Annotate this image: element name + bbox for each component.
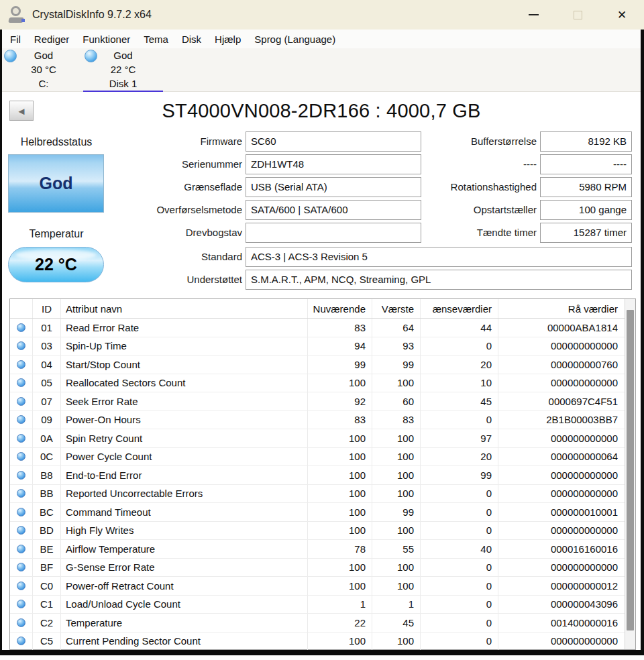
cell-current: 83: [308, 319, 372, 337]
cell-current: 100: [308, 503, 372, 521]
cell-name: Power-off Retract Count: [61, 577, 308, 595]
cell-id: B8: [33, 466, 61, 484]
smart-attribute-row[interactable]: 0ASpin Retry Count10010097000000000000: [10, 429, 635, 448]
cell-worst: 100: [372, 485, 421, 503]
health-status-button[interactable]: God: [8, 154, 104, 213]
header-threshold: ænseværdier: [421, 299, 498, 318]
field-unknown-value: ----: [540, 154, 632, 174]
cell-name: Power-On Hours: [61, 411, 308, 429]
temperature-value: 22 °C: [35, 255, 77, 274]
temperature-label: Temperatur: [7, 228, 105, 240]
cell-worst: 60: [372, 392, 421, 410]
field-opstartstæller-value: 100 gange: [540, 200, 632, 220]
smart-attribute-row[interactable]: 01Read Error Rate83644400000ABA1814: [10, 319, 635, 337]
cell-current: 99: [308, 355, 372, 374]
minimize-button[interactable]: [511, 0, 555, 30]
cell-id: 07: [33, 392, 61, 410]
cell-name: Airflow Temperature: [61, 540, 308, 558]
smart-attribute-row[interactable]: BDHigh Fly Writes1001000000000000000: [10, 522, 635, 541]
field-standard-label: Standard: [103, 247, 242, 267]
smart-attribute-row[interactable]: 03Spin-Up Time94930000000000000: [10, 337, 635, 356]
window-frame-left: [0, 30, 2, 655]
attribute-status-cell: [10, 540, 33, 558]
maximize-button[interactable]: [555, 0, 600, 30]
field-firmware-label: Firmware: [103, 131, 242, 152]
header-status: [10, 299, 33, 318]
menu-item-funktioner[interactable]: Funktioner: [76, 34, 137, 45]
cell-name: Start/Stop Count: [61, 355, 308, 374]
close-button[interactable]: ✕: [600, 0, 644, 30]
cell-id: 05: [33, 374, 61, 392]
cell-id: BB: [33, 485, 61, 503]
disk-tab-c[interactable]: God30 °CC:: [11, 48, 76, 91]
cell-current: 94: [308, 337, 372, 355]
smart-attribute-row[interactable]: BCCommand Timeout100990000000010001: [10, 503, 635, 522]
cell-name: High Fly Writes: [61, 522, 308, 540]
field-firmware-value: SC60: [246, 131, 421, 152]
status-good-dot-icon: [17, 563, 25, 571]
cell-name: Load/Unload Cycle Count: [61, 596, 308, 614]
cell-current: 100: [308, 632, 372, 651]
menu-item-disk[interactable]: Disk: [175, 34, 208, 45]
temperature-indicator[interactable]: 22 °C: [8, 247, 104, 282]
table-scrollbar-thumb[interactable]: [627, 310, 634, 630]
status-good-dot-icon: [17, 323, 25, 332]
smart-attribute-row[interactable]: 09Power-On Hours838302B1B00003BB7: [10, 411, 635, 430]
smart-attribute-row[interactable]: B8End-to-End Error10010099000000000000: [10, 466, 635, 485]
cell-worst: 100: [372, 374, 421, 392]
cell-threshold: 20: [421, 355, 498, 374]
menu-item-sprog-language[interactable]: Sprog (Language): [248, 34, 342, 45]
field-bufferstørrelse-value: 8192 KB: [540, 131, 632, 152]
smart-attribute-row[interactable]: C2Temperature22450001400000016: [10, 614, 635, 632]
minimize-icon: [529, 14, 539, 15]
smart-attribute-row[interactable]: 04Start/Stop Count999920000000000760: [10, 355, 635, 374]
table-scrollbar[interactable]: [625, 299, 635, 649]
cell-id: 0A: [33, 429, 61, 447]
cell-name: Command Timeout: [61, 503, 308, 521]
health-status-value: God: [40, 174, 73, 193]
menu-item-hjælp[interactable]: Hjælp: [208, 34, 248, 45]
menu-item-fil[interactable]: Fil: [3, 34, 28, 45]
attribute-status-cell: [10, 429, 33, 447]
cell-raw: 001400000016: [498, 614, 625, 632]
smart-attribute-row[interactable]: C5Current Pending Sector Count1001000000…: [10, 632, 635, 651]
smart-attribute-row[interactable]: C1Load/Unload Cycle Count110000000043096: [10, 596, 635, 614]
smart-table-header: IDAttribut navnNuværendeVærsteænseværdie…: [10, 299, 635, 319]
cell-threshold: 0: [421, 522, 498, 540]
cell-id: 01: [33, 319, 61, 337]
menu-item-tema[interactable]: Tema: [137, 34, 175, 45]
menu-item-rediger[interactable]: Rediger: [28, 34, 76, 45]
attribute-status-cell: [10, 503, 33, 521]
status-good-dot-icon: [17, 360, 25, 369]
smart-attribute-row[interactable]: 05Reallocated Sectors Count1001001000000…: [10, 374, 635, 393]
cell-raw: 000000000000: [498, 522, 625, 540]
cell-threshold: 0: [421, 503, 498, 521]
cell-worst: 83: [372, 411, 421, 429]
cell-threshold: 0: [421, 337, 498, 355]
attribute-status-cell: [10, 485, 33, 503]
attribute-status-cell: [10, 319, 33, 337]
smart-attribute-row[interactable]: BEAirflow Temperature785540000016160016: [10, 540, 635, 559]
cell-id: C0: [33, 577, 61, 595]
status-good-dot-icon: [17, 582, 25, 590]
field-understøttet-value: S.M.A.R.T., APM, NCQ, Streaming, GPL: [246, 270, 632, 290]
smart-attribute-row[interactable]: BFG-Sense Error Rate1001000000000000000: [10, 559, 635, 578]
smart-attribute-row[interactable]: 0CPower Cycle Count10010020000000000064: [10, 448, 635, 467]
attribute-status-cell: [10, 374, 33, 392]
cell-threshold: 0: [421, 411, 498, 429]
field-grænseflade-label: Grænseflade: [103, 177, 242, 197]
cell-current: 100: [308, 429, 372, 447]
cell-worst: 100: [372, 448, 421, 466]
cell-current: 100: [308, 522, 372, 540]
smart-attribute-row[interactable]: 07Seek Error Rate9260450000697C4F51: [10, 392, 635, 411]
cell-name: Reported Uncorrectable Errors: [61, 485, 308, 503]
smart-attribute-row[interactable]: C0Power-off Retract Count100100000000000…: [10, 577, 635, 596]
cell-worst: 100: [372, 577, 421, 595]
field-standard-value: ACS-3 | ACS-3 Revision 5: [246, 247, 632, 267]
cell-threshold: 0: [421, 485, 498, 503]
disk-tab-disk-1[interactable]: God22 °CDisk 1: [86, 48, 160, 91]
cell-current: 100: [308, 466, 372, 484]
smart-attribute-row[interactable]: BBReported Uncorrectable Errors100100000…: [10, 485, 635, 504]
status-good-dot-icon: [17, 489, 25, 498]
status-good-dot-icon: [17, 471, 25, 480]
